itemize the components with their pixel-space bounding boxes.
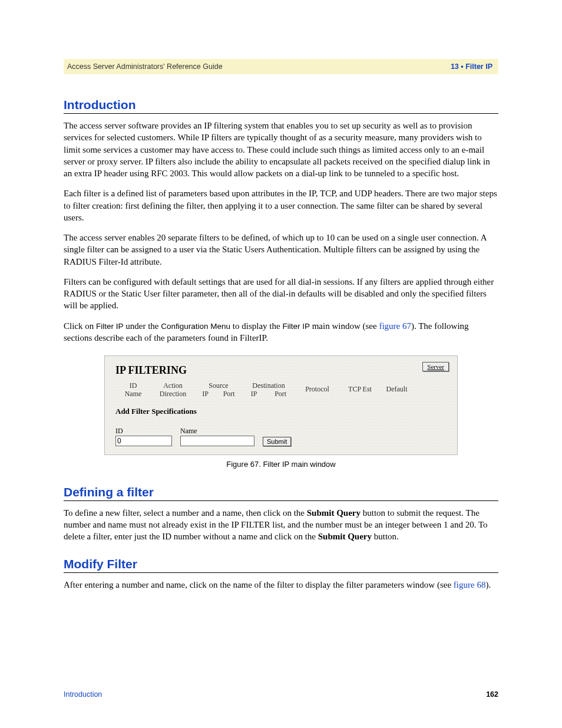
intro-paragraph-4: Filters can be configured with default s… bbox=[64, 276, 498, 312]
page-header: Access Server Administrators' Reference … bbox=[64, 59, 498, 74]
page-number: 162 bbox=[486, 690, 498, 699]
server-button[interactable]: Server bbox=[422, 362, 449, 371]
col-source: Source IP Port bbox=[195, 381, 242, 398]
figure-title: IP FILTERING bbox=[115, 364, 447, 377]
page-footer: Introduction 162 bbox=[64, 690, 498, 699]
divider bbox=[64, 572, 498, 573]
footer-section-name: Introduction bbox=[64, 690, 102, 699]
figure-form: ID Name Submit bbox=[115, 427, 447, 446]
text: To define a new filter, select a number … bbox=[64, 508, 307, 518]
header-guide-title: Access Server Administrators' Reference … bbox=[67, 62, 223, 71]
submit-button[interactable]: Submit bbox=[263, 437, 291, 446]
col-source-header: Source bbox=[195, 381, 242, 390]
figure-68-link[interactable]: figure 68 bbox=[454, 580, 486, 589]
col-direction: Direction bbox=[151, 390, 195, 398]
col-destination: Destination IP Port bbox=[242, 381, 295, 398]
figure-caption: Figure 67. Filter IP main window bbox=[64, 460, 498, 469]
col-source-ip: IP bbox=[202, 390, 209, 398]
col-dest-header: Destination bbox=[242, 381, 295, 390]
col-source-port: Port bbox=[223, 390, 235, 398]
figure-subheading: Add Filter Specifications bbox=[115, 407, 447, 416]
text: main window (see bbox=[310, 321, 379, 331]
divider bbox=[64, 500, 498, 501]
ui-label-config-menu: Configuration Menu bbox=[161, 322, 230, 331]
figure-column-headers: ID Name Action Direction Source IP Port … bbox=[115, 381, 447, 398]
col-action-direction: Action Direction bbox=[151, 381, 195, 398]
submit-query-label: Submit Query bbox=[307, 508, 361, 518]
ui-label-filter-ip: Filter IP bbox=[96, 322, 124, 331]
figure-67: Server IP FILTERING ID Name Action Direc… bbox=[64, 355, 498, 469]
col-default: Default bbox=[381, 381, 413, 398]
defining-paragraph: To define a new filter, select a number … bbox=[64, 507, 498, 543]
section-heading-introduction: Introduction bbox=[64, 98, 498, 112]
modify-paragraph: After entering a number and name, click … bbox=[64, 579, 498, 591]
divider bbox=[64, 113, 498, 114]
text: to display the bbox=[230, 321, 282, 331]
section-heading-modify: Modify Filter bbox=[64, 557, 498, 571]
intro-paragraph-2: Each filter is a defined list of paramet… bbox=[64, 187, 498, 223]
col-tcp-est: TCP Est bbox=[339, 381, 381, 398]
ui-label-filter-ip-2: Filter IP bbox=[282, 322, 310, 331]
text: button. bbox=[372, 532, 399, 541]
name-input[interactable] bbox=[180, 436, 254, 446]
header-chapter: 13 • Filter IP bbox=[451, 62, 492, 71]
text: After entering a number and name, click … bbox=[64, 580, 454, 589]
figure-panel: Server IP FILTERING ID Name Action Direc… bbox=[104, 355, 458, 455]
col-action: Action bbox=[151, 381, 195, 390]
col-dest-port: Port bbox=[275, 390, 286, 398]
intro-paragraph-3: The access server enables 20 separate fi… bbox=[64, 232, 498, 268]
intro-paragraph-1: The access server software provides an I… bbox=[64, 120, 498, 179]
text: under the bbox=[124, 321, 161, 331]
col-id: ID bbox=[115, 381, 151, 390]
col-protocol: Protocol bbox=[295, 381, 339, 398]
id-label: ID bbox=[115, 427, 168, 436]
col-id-name: ID Name bbox=[115, 381, 151, 398]
id-input[interactable] bbox=[115, 436, 172, 446]
col-dest-ip: IP bbox=[251, 390, 257, 398]
intro-paragraph-5: Click on Filter IP under the Configurati… bbox=[64, 320, 498, 344]
name-label: Name bbox=[180, 427, 251, 436]
text: ). bbox=[485, 580, 491, 589]
text: Click on bbox=[64, 321, 96, 331]
submit-query-label-2: Submit Query bbox=[318, 532, 372, 541]
section-heading-defining: Defining a filter bbox=[64, 485, 498, 499]
col-name: Name bbox=[115, 390, 151, 398]
figure-67-link[interactable]: figure 67 bbox=[379, 321, 411, 331]
